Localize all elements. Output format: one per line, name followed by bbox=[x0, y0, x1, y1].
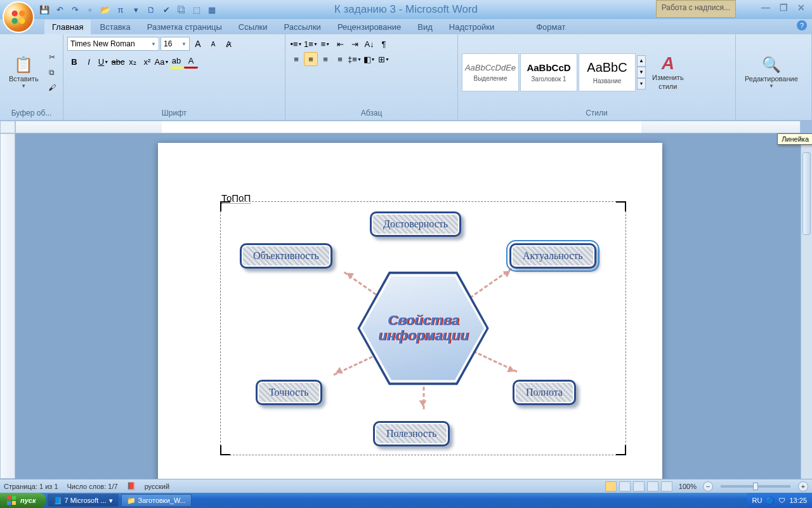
style-expand[interactable]: ▾ bbox=[637, 78, 646, 90]
view-full-screen[interactable] bbox=[619, 481, 631, 491]
inc-indent-icon[interactable]: ⇥ bbox=[348, 37, 362, 51]
spell-icon[interactable]: ✔ bbox=[160, 3, 173, 16]
bold-icon[interactable]: B bbox=[67, 55, 81, 69]
style-scroll-up[interactable]: ▲ bbox=[637, 55, 646, 67]
highlight-icon[interactable]: ab bbox=[169, 55, 183, 69]
node-tr[interactable]: Актуальность bbox=[509, 243, 596, 269]
copy-icon[interactable]: ⧉ bbox=[45, 65, 59, 79]
italic-icon[interactable]: I bbox=[82, 55, 96, 69]
save-icon[interactable]: 💾 bbox=[38, 3, 51, 16]
tab-view[interactable]: Вид bbox=[410, 20, 440, 34]
style-item-2[interactable]: AaBbCНазвание bbox=[579, 53, 636, 91]
canvas-handle-tl[interactable] bbox=[220, 201, 230, 211]
system-tray[interactable]: RU 🔵 🛡 13:25 bbox=[747, 493, 812, 508]
redo-icon[interactable]: ↷ bbox=[69, 3, 81, 16]
shrink-font-icon[interactable]: A bbox=[206, 37, 220, 51]
clear-format-icon[interactable]: A̷ bbox=[221, 37, 235, 51]
canvas-handle-bl[interactable] bbox=[220, 445, 230, 455]
borders-icon[interactable]: ⊞▼ bbox=[377, 52, 391, 66]
canvas-icon[interactable]: ▦ bbox=[206, 3, 218, 16]
justify-icon[interactable]: ≡ bbox=[333, 52, 347, 66]
format-painter-icon[interactable]: 🖌 bbox=[45, 81, 59, 95]
font-color-icon[interactable]: A bbox=[184, 55, 198, 69]
superscript-icon[interactable]: x² bbox=[140, 55, 154, 69]
tab-addins[interactable]: Надстройки bbox=[442, 20, 502, 34]
drawing-canvas[interactable]: Свойства информации Достоверность Объект… bbox=[220, 201, 626, 455]
view-web[interactable] bbox=[633, 481, 645, 491]
dec-indent-icon[interactable]: ⇤ bbox=[333, 37, 347, 51]
font-size-combo[interactable]: 16▼ bbox=[160, 37, 190, 51]
tray-lang[interactable]: RU bbox=[752, 497, 763, 504]
select-icon[interactable]: ⬚ bbox=[190, 3, 203, 16]
tab-layout[interactable]: Разметка страницы bbox=[140, 20, 230, 34]
undo-icon[interactable]: ↶ bbox=[53, 3, 66, 16]
style-item-1[interactable]: AaBbCcDЗаголовок 1 bbox=[520, 53, 577, 91]
node-tl[interactable]: Объективность bbox=[240, 243, 332, 269]
tab-mailings[interactable]: Рассылки bbox=[277, 20, 329, 34]
node-b3ottom[interactable]: Полезность bbox=[373, 421, 450, 446]
ruler-corner[interactable] bbox=[0, 121, 15, 133]
zoom-slider[interactable] bbox=[721, 485, 790, 488]
zoom-in-button[interactable]: + bbox=[798, 481, 808, 491]
canvas-handle-tr[interactable] bbox=[616, 201, 626, 211]
vertical-scrollbar[interactable] bbox=[801, 133, 812, 479]
open-icon[interactable]: 📂 bbox=[99, 3, 112, 16]
view-draft[interactable] bbox=[661, 481, 672, 491]
style-scroll-down[interactable]: ▼ bbox=[637, 67, 646, 78]
zoom-out-button[interactable]: − bbox=[703, 481, 713, 491]
minimize-button[interactable]: — bbox=[759, 2, 773, 13]
grow-font-icon[interactable]: A bbox=[191, 37, 205, 51]
status-lang[interactable]: русский bbox=[145, 483, 169, 490]
multilevel-icon[interactable]: ≡▼ bbox=[318, 37, 332, 51]
shading-icon[interactable]: ◧▼ bbox=[362, 52, 376, 66]
line-spacing-icon[interactable]: ‡≡▼ bbox=[348, 52, 362, 66]
qat-dropdown-icon[interactable]: ▾ bbox=[129, 3, 142, 16]
vertical-ruler[interactable] bbox=[0, 133, 15, 479]
node-br[interactable]: Полнота bbox=[513, 380, 576, 405]
center-shape[interactable]: Свойства информации bbox=[360, 274, 487, 382]
help-icon[interactable]: ? bbox=[797, 20, 807, 30]
document-page[interactable]: ТоПоП Свойства информации bbox=[158, 143, 662, 479]
node-top[interactable]: Достоверность bbox=[370, 211, 461, 237]
new-icon[interactable]: ▫ bbox=[84, 3, 96, 16]
symbol-icon[interactable]: π bbox=[114, 3, 127, 16]
style-gallery[interactable]: AaBbCcDdEeВыделение AaBbCcDЗаголовок 1 A… bbox=[462, 53, 646, 91]
status-page[interactable]: Страница: 1 из 1 bbox=[4, 483, 58, 490]
tray-icon[interactable]: 🛡 bbox=[778, 497, 785, 504]
tab-format[interactable]: Формат bbox=[528, 20, 573, 34]
change-case-icon[interactable]: Aa▼ bbox=[155, 55, 169, 69]
horizontal-ruler[interactable] bbox=[15, 121, 801, 133]
font-name-combo[interactable]: Times New Roman▼ bbox=[67, 37, 159, 51]
tray-clock[interactable]: 13:25 bbox=[789, 497, 807, 504]
subscript-icon[interactable]: x₂ bbox=[126, 55, 140, 69]
view-outline[interactable] bbox=[647, 481, 658, 491]
zoom-level[interactable]: 100% bbox=[679, 483, 697, 490]
group-icon[interactable]: ⿻ bbox=[175, 3, 188, 16]
node-bl[interactable]: Точность bbox=[256, 380, 322, 405]
scrollbar-thumb[interactable] bbox=[802, 152, 811, 235]
tab-insert[interactable]: Вставка bbox=[92, 20, 138, 34]
view-print-layout[interactable] bbox=[605, 481, 617, 491]
showmarks-icon[interactable]: ¶ bbox=[377, 37, 391, 51]
editing-button[interactable]: 🔍 Редактирование ▼ bbox=[740, 37, 803, 107]
sort-icon[interactable]: A↓ bbox=[362, 37, 376, 51]
taskbar-item-word[interactable]: 📘7 Microsoft ... ▾ bbox=[48, 494, 119, 507]
tab-references[interactable]: Ссылки bbox=[231, 20, 275, 34]
office-button[interactable] bbox=[3, 1, 34, 33]
preview-icon[interactable]: 🗋 bbox=[145, 3, 157, 16]
taskbar-item-folder[interactable]: 📁Заготовки_W... bbox=[121, 494, 192, 507]
numbering-icon[interactable]: 1≡▼ bbox=[304, 37, 318, 51]
paste-button[interactable]: 📋 Вставить ▼ bbox=[4, 37, 44, 107]
tab-home[interactable]: Главная bbox=[44, 20, 91, 34]
align-left-icon[interactable]: ≡ bbox=[289, 52, 303, 66]
status-words[interactable]: Число слов: 1/7 bbox=[67, 483, 118, 490]
align-right-icon[interactable]: ≡ bbox=[318, 52, 332, 66]
start-button[interactable]: пуск bbox=[0, 493, 46, 508]
tray-icon[interactable]: 🔵 bbox=[766, 497, 775, 505]
change-styles-button[interactable]: A Изменить стили bbox=[647, 51, 689, 93]
close-button[interactable]: ✕ bbox=[794, 2, 808, 13]
strike-icon[interactable]: abc bbox=[111, 55, 125, 69]
bullets-icon[interactable]: •≡▼ bbox=[289, 37, 303, 51]
tab-review[interactable]: Рецензирование bbox=[330, 20, 409, 34]
restore-button[interactable]: ❐ bbox=[776, 2, 790, 13]
